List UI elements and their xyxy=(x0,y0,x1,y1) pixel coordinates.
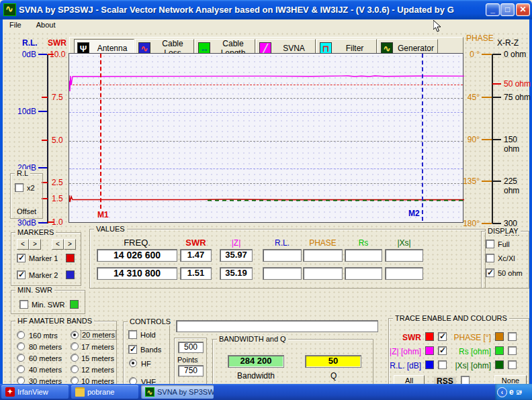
trace-phase-swatch[interactable] xyxy=(495,332,504,341)
minimize-button[interactable]: _ xyxy=(486,3,500,16)
trace-xs-swatch[interactable] xyxy=(495,360,504,369)
min-swr-box-title: MIN. SWR xyxy=(15,286,54,294)
radio-60meters-label: 60 meters xyxy=(29,354,62,362)
title-bar[interactable]: SVNA by SP3SWJ - Scalar Vector Network A… xyxy=(0,0,532,19)
z-trace xyxy=(69,76,464,91)
marker2-next-button[interactable]: > xyxy=(64,239,76,250)
x2-checkbox[interactable] xyxy=(15,183,24,192)
phase-tick xyxy=(482,181,492,182)
marker2-line[interactable] xyxy=(422,54,423,221)
controls-box: CONTROLS Hold Bands HF VHF xyxy=(123,321,170,384)
trace-rl-checkbox[interactable] xyxy=(438,360,447,369)
xs-value-m1[interactable] xyxy=(385,249,423,262)
tray-collapse-icon[interactable]: ‹ xyxy=(497,387,507,397)
marker2-prev-button[interactable]: < xyxy=(52,239,64,250)
ohm-tick xyxy=(492,139,501,140)
trace-rs-label: Rs [ohm] xyxy=(449,347,491,356)
rs-value-m2[interactable] xyxy=(345,267,382,280)
swr-value-m2[interactable]: 1.51 xyxy=(180,267,212,280)
ohm-tick-50 xyxy=(492,83,501,85)
hf-bands-box-title: HF AMATEUR BANDS xyxy=(15,317,94,325)
ohm-tick-label-50: 50 ohm xyxy=(504,79,531,89)
trace-phase-checkbox[interactable] xyxy=(508,332,517,341)
q-value[interactable]: 50 xyxy=(305,355,361,368)
maximize-button[interactable]: □ xyxy=(500,3,515,16)
trace-swr-checkbox[interactable] xyxy=(438,332,447,341)
marker1-prev-button[interactable]: < xyxy=(17,239,29,250)
values-header-swr: SWR xyxy=(180,238,212,248)
xcxl-checkbox[interactable] xyxy=(486,254,494,262)
radio-17meters[interactable] xyxy=(71,342,79,350)
min-swr-label: Min. SWR xyxy=(32,301,65,309)
message-field[interactable] xyxy=(176,320,378,332)
trace-swr-swatch[interactable] xyxy=(425,332,434,341)
radio-160mtrs[interactable] xyxy=(17,331,25,339)
q-label: Q xyxy=(330,371,337,381)
xs-value-m2[interactable] xyxy=(385,267,423,280)
close-button[interactable]: ✕ xyxy=(516,3,530,16)
swr-tick-label: 10.0 xyxy=(50,50,65,59)
menu-about[interactable]: About xyxy=(35,21,57,32)
swr-value-m1[interactable]: 1.47 xyxy=(180,249,212,262)
trace-rs-swatch[interactable] xyxy=(495,346,504,355)
radio-12meters[interactable] xyxy=(71,365,79,373)
marker2-color-swatch[interactable] xyxy=(66,270,75,279)
rl-tick xyxy=(38,167,47,168)
taskbar-button-label: IrfanView xyxy=(17,388,48,396)
marker1-line[interactable] xyxy=(100,54,101,209)
trace-rs-checkbox[interactable] xyxy=(508,346,517,355)
trace-z-swatch[interactable] xyxy=(425,346,434,355)
swr-tick-label: 7.5 xyxy=(52,93,63,102)
hold-checkbox[interactable] xyxy=(128,330,137,339)
min-swr-color-swatch[interactable] xyxy=(70,300,79,309)
marker1-checkbox[interactable] xyxy=(17,254,26,262)
radio-60meters[interactable] xyxy=(17,354,25,362)
menu-file[interactable]: File xyxy=(8,21,23,32)
bandwidth-value[interactable]: 284 200 xyxy=(228,355,284,368)
taskbar-button-svna[interactable]: ∿ SVNA by SP3SWJ - S... xyxy=(141,385,214,399)
ohm50-checkbox[interactable] xyxy=(486,268,494,277)
min-swr-box: MIN. SWR Min. SWR xyxy=(11,290,85,314)
bands-checkbox[interactable] xyxy=(128,345,137,354)
trace-rl-label: R.L. [dB] xyxy=(384,361,421,370)
trace-xs-checkbox[interactable] xyxy=(508,360,517,369)
points-value-500[interactable]: 500 xyxy=(178,342,204,353)
phase-value-m1[interactable] xyxy=(303,249,343,262)
toolbar-label: Filter xyxy=(336,44,373,53)
freq-value-m2[interactable]: 14 310 800 xyxy=(97,267,177,280)
radio-40meters[interactable] xyxy=(17,365,25,373)
freq-value-m1[interactable]: 14 026 600 xyxy=(97,249,177,262)
rs-value-m1[interactable] xyxy=(345,249,382,262)
controls-box-title: CONTROLS xyxy=(128,317,173,326)
ohm-tick-label: 0 ohm xyxy=(504,50,526,59)
z-value-m2[interactable]: 35.19 xyxy=(220,267,253,280)
trace-z-checkbox[interactable] xyxy=(438,346,447,355)
full-checkbox[interactable] xyxy=(486,240,494,248)
swr-tick-label: 2.5 xyxy=(52,178,63,187)
marker1-color-swatch[interactable] xyxy=(66,254,75,262)
ohm-tick xyxy=(492,223,501,224)
rl-value-m2[interactable] xyxy=(263,267,302,280)
hf-radio[interactable] xyxy=(129,359,137,367)
z-value-m1[interactable]: 35.97 xyxy=(220,249,253,262)
taskbar-button-pobrane[interactable]: pobrane xyxy=(71,385,138,399)
taskbar-button-irfanview[interactable]: ✦ IrfanView xyxy=(1,385,69,399)
phase-value-m2[interactable] xyxy=(303,267,343,280)
rl-axis-caption: R.L. xyxy=(22,38,38,48)
offset-label[interactable]: Offset xyxy=(17,207,36,215)
radio-80meters[interactable] xyxy=(17,342,25,350)
marker1-next-button[interactable]: > xyxy=(29,239,41,250)
radio-20meters[interactable] xyxy=(71,331,79,339)
ohm-tick xyxy=(492,181,501,182)
points-value-750[interactable]: 750 xyxy=(178,365,204,377)
toolbar-label: Antenna xyxy=(93,44,131,53)
marker2-checkbox[interactable] xyxy=(17,270,26,279)
trace-rl-swatch[interactable] xyxy=(425,360,434,369)
ie-tray-icon[interactable]: e xyxy=(509,387,514,397)
display-tray-icon[interactable]: 🖳 xyxy=(516,389,523,396)
rl-value-m1[interactable] xyxy=(263,249,302,262)
min-swr-checkbox[interactable] xyxy=(19,300,28,309)
plot-area[interactable]: M1 M2 xyxy=(69,53,463,223)
radio-15meters[interactable] xyxy=(71,354,79,362)
xrz-axis-caption: X-R-Z xyxy=(497,38,519,48)
